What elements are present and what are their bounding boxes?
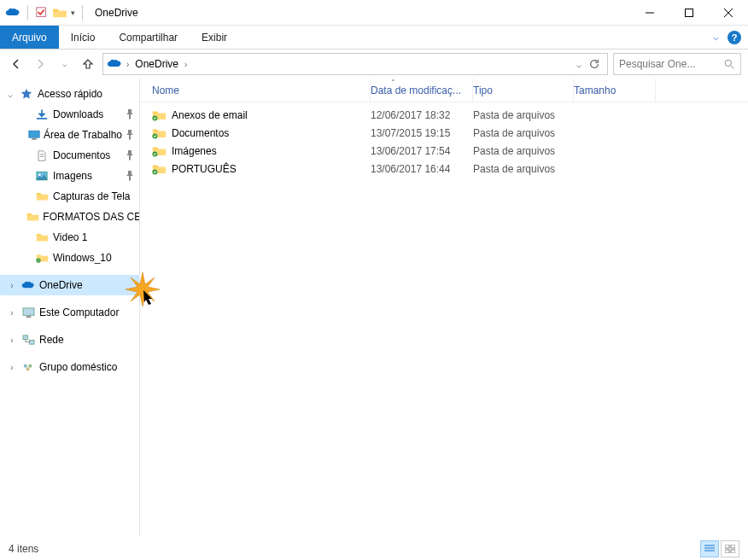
chevron-right-icon[interactable]: ›: [184, 60, 188, 69]
chevron-down-icon[interactable]: ⌵: [5, 90, 15, 99]
pictures-icon: [34, 171, 50, 182]
breadcrumb-segment[interactable]: OneDrive: [133, 58, 180, 70]
title-bar: ▾ OneDrive: [0, 0, 748, 26]
tree-label: OneDrive: [39, 279, 83, 291]
svg-rect-2: [686, 9, 693, 16]
tree-homegroup[interactable]: › Grupo doméstico: [0, 357, 139, 377]
thumbnails-view-button[interactable]: [721, 540, 739, 557]
svg-rect-30: [731, 545, 735, 548]
refresh-icon[interactable]: [588, 58, 600, 70]
sidebar-item-label: Downloads: [53, 108, 103, 120]
file-row[interactable]: Anexos de email12/06/2017 18:32Pasta de …: [152, 106, 748, 124]
folder-icon: [26, 212, 39, 222]
star-icon: [19, 88, 34, 100]
tree-quick-access[interactable]: ⌵ Acesso rápido: [0, 84, 139, 104]
sidebar-item[interactable]: ›Capturas de Tela: [0, 186, 139, 207]
chevron-right-icon[interactable]: ›: [7, 308, 17, 318]
up-button[interactable]: [79, 55, 97, 73]
details-view-button[interactable]: [700, 540, 719, 557]
tab-file[interactable]: Arquivo: [0, 26, 59, 49]
desktop-icon: [28, 130, 40, 141]
tree-onedrive[interactable]: › OneDrive: [0, 275, 139, 295]
search-input[interactable]: Pesquisar One...: [613, 53, 741, 75]
svg-rect-16: [26, 316, 31, 318]
navigation-bar: ⌵ › OneDrive › ⌵ Pesquisar One...: [0, 50, 748, 79]
chevron-right-icon[interactable]: ›: [7, 335, 17, 345]
pin-icon: [126, 130, 139, 140]
svg-rect-0: [37, 7, 46, 16]
navigation-pane: ⌵ Acesso rápido ›Downloads›Área de Traba…: [0, 79, 140, 536]
tab-home[interactable]: Início: [59, 26, 108, 49]
homegroup-icon: [20, 362, 36, 373]
column-type[interactable]: Tipo: [473, 79, 574, 102]
file-type: Pasta de arquivos: [473, 145, 574, 157]
chevron-right-icon[interactable]: ›: [7, 363, 17, 372]
onedrive-app-icon: [5, 7, 20, 19]
file-name: Imágenes: [172, 145, 217, 157]
sidebar-item[interactable]: ›Video 1: [0, 227, 139, 248]
sidebar-item[interactable]: ›Imagens: [0, 166, 139, 186]
sidebar-item[interactable]: ›Windows_10: [0, 248, 139, 268]
file-list: Anexos de email12/06/2017 18:32Pasta de …: [140, 102, 748, 178]
back-button[interactable]: [7, 55, 26, 73]
file-name: PORTUGUÊS: [172, 163, 237, 175]
file-row[interactable]: Imágenes13/06/2017 17:54Pasta de arquivo…: [152, 142, 748, 160]
column-modified[interactable]: Data de modificaç...: [371, 79, 473, 102]
column-size[interactable]: Tamanho: [574, 79, 656, 102]
check-icon[interactable]: [35, 7, 49, 19]
sidebar-item[interactable]: ›Downloads: [0, 104, 139, 125]
file-modified: 13/06/2017 16:44: [371, 163, 473, 175]
help-icon[interactable]: ?: [728, 31, 741, 44]
file-type: Pasta de arquivos: [473, 127, 574, 139]
close-button[interactable]: [709, 0, 748, 26]
computer-icon: [20, 307, 36, 318]
qat-dropdown-icon[interactable]: ▾: [71, 9, 75, 17]
sync-folder-icon: [152, 109, 167, 121]
breadcrumb[interactable]: › OneDrive › ⌵: [102, 53, 608, 75]
chevron-right-icon[interactable]: ›: [7, 281, 17, 290]
sidebar-item[interactable]: ›Área de Trabalho: [0, 125, 139, 145]
file-modified: 13/07/2015 19:15: [371, 127, 473, 139]
ribbon-bar: Arquivo Início Compartilhar Exibir ⌵ ?: [0, 26, 748, 50]
tree-this-pc[interactable]: › Este Computador: [0, 302, 139, 323]
svg-point-5: [725, 60, 731, 66]
sidebar-item[interactable]: ›FORMATOS DAS CE: [0, 207, 139, 227]
maximize-button[interactable]: [669, 0, 709, 26]
file-row[interactable]: Documentos13/07/2015 19:15Pasta de arqui…: [152, 124, 748, 142]
network-icon: [20, 335, 36, 346]
sidebar-item-label: Video 1: [53, 231, 87, 243]
search-placeholder: Pesquisar One...: [619, 58, 695, 70]
recent-locations-button[interactable]: ⌵: [55, 55, 73, 73]
svg-line-6: [731, 66, 733, 68]
downloads-icon: [34, 109, 50, 120]
folder-quick-icon[interactable]: [52, 7, 67, 19]
chevron-right-icon[interactable]: ›: [126, 60, 130, 69]
svg-rect-32: [731, 550, 735, 553]
ribbon-collapse-icon[interactable]: ⌵: [713, 32, 719, 43]
tab-view[interactable]: Exibir: [190, 26, 239, 49]
tree-label: Rede: [39, 334, 64, 346]
file-modified: 12/06/2017 18:32: [371, 109, 473, 121]
svg-rect-31: [725, 550, 729, 553]
file-row[interactable]: PORTUGUÊS13/06/2017 16:44Pasta de arquiv…: [152, 160, 748, 178]
onedrive-breadcrumb-icon: [107, 59, 122, 69]
onedrive-icon: [20, 281, 36, 290]
sidebar-item-label: Área de Trabalho: [44, 129, 122, 141]
content-pane: ˄ Nome Data de modificaç... Tipo Tamanho…: [140, 79, 748, 536]
tree-network[interactable]: › Rede: [0, 330, 139, 350]
address-dropdown-icon[interactable]: ⌵: [576, 60, 581, 69]
svg-point-20: [28, 364, 32, 367]
forward-button[interactable]: [31, 55, 50, 73]
quick-access-toolbar: ▾: [5, 5, 86, 20]
column-name[interactable]: Nome: [152, 79, 371, 102]
svg-rect-8: [29, 131, 39, 137]
sidebar-item-label: Imagens: [53, 170, 92, 182]
svg-rect-7: [37, 118, 47, 120]
sidebar-item[interactable]: ›Documentos: [0, 145, 139, 166]
column-headers: ˄ Nome Data de modificaç... Tipo Tamanho: [140, 79, 748, 102]
minimize-button[interactable]: [630, 0, 669, 26]
tab-share[interactable]: Compartilhar: [107, 26, 190, 49]
window-title: OneDrive: [95, 7, 138, 19]
folder-icon: [34, 191, 50, 201]
sidebar-item-label: Windows_10: [53, 252, 112, 264]
